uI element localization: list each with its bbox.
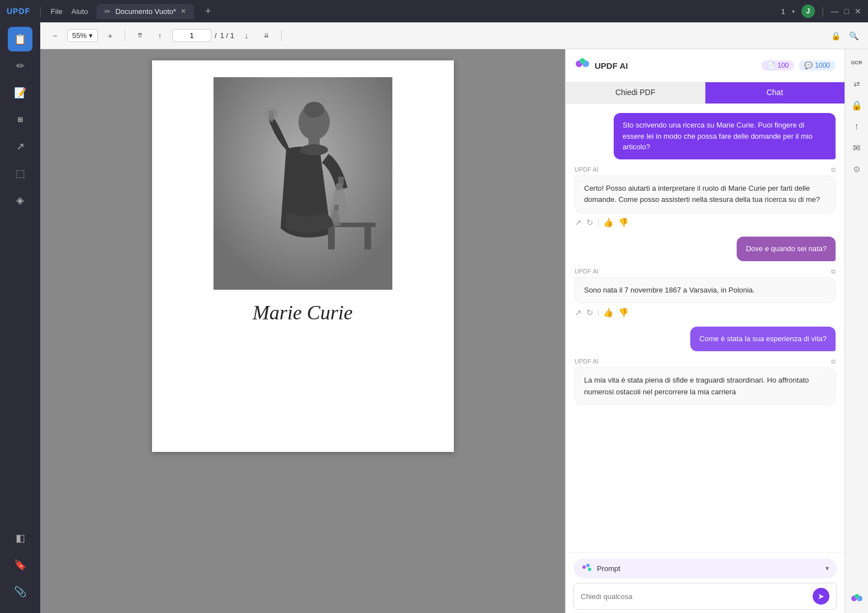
document-viewer[interactable]: Marie Curie bbox=[40, 49, 565, 613]
thumbs-down-icon[interactable]: 👎 bbox=[618, 218, 629, 228]
ai-logo-icon bbox=[575, 56, 590, 75]
svg-point-16 bbox=[582, 565, 586, 569]
sidebar-item-form[interactable]: ⬚ bbox=[8, 161, 32, 186]
user-count: 1 bbox=[781, 7, 785, 16]
nav-last-button[interactable]: ⇊ bbox=[259, 28, 274, 44]
svg-point-3 bbox=[304, 102, 324, 117]
refresh-icon-2[interactable]: ↻ bbox=[586, 308, 594, 318]
left-sidebar: 📋 ✏ 📝 ⊞ ↗ ⬚ ◈ ◧ 🔖 📎 bbox=[0, 22, 40, 613]
ai-message-1-actions: ↗ ↻ 👍 👎 bbox=[575, 215, 836, 230]
zoom-display[interactable]: 55% ▾ bbox=[67, 29, 98, 42]
external-link-icon-2[interactable]: ↗ bbox=[575, 308, 582, 318]
ai-panel-title: UPDF AI bbox=[595, 61, 628, 70]
sidebar-item-annotate[interactable]: 📝 bbox=[8, 81, 32, 105]
thumbs-up-icon[interactable]: 👍 bbox=[603, 218, 614, 228]
ai-message-1: Certo! Posso aiutarti a interpretare il … bbox=[575, 176, 836, 214]
close-button[interactable]: ✕ bbox=[855, 7, 861, 16]
chat-input-row: ➤ bbox=[573, 583, 837, 610]
thumbs-down-icon-2[interactable]: 👎 bbox=[618, 308, 629, 318]
avatar[interactable]: J bbox=[801, 4, 815, 18]
external-link-icon[interactable]: ↗ bbox=[575, 218, 582, 228]
titlebar: UPDF | File Aiuto ✏ Documento Vuoto* ✕ +… bbox=[0, 0, 868, 22]
lock-button[interactable]: 🔒 bbox=[828, 28, 843, 44]
chat-messages[interactable]: Sto scrivendo una ricerca su Marie Curie… bbox=[566, 104, 845, 552]
ai-credits: 📄 100 💬 1000 bbox=[761, 60, 836, 70]
user-message-2-text: Dove e quando sei nata? bbox=[746, 244, 827, 253]
sidebar-item-stamp[interactable]: ◈ bbox=[8, 188, 32, 213]
share-tool-button[interactable]: ↑ bbox=[848, 117, 866, 135]
copy-icon[interactable]: ⧉ bbox=[831, 166, 836, 173]
main-area: 📋 ✏ 📝 ⊞ ↗ ⬚ ◈ ◧ 🔖 📎 bbox=[0, 22, 868, 613]
thumbs-up-icon-2[interactable]: 👍 bbox=[603, 308, 614, 318]
new-tab-button[interactable]: + bbox=[205, 6, 211, 17]
sidebar-item-export[interactable]: ↗ bbox=[8, 134, 32, 159]
sidebar-item-ocr[interactable]: ⊞ bbox=[8, 107, 32, 132]
window-controls: — □ ✕ bbox=[831, 7, 861, 16]
convert-icon: ⇄ bbox=[853, 79, 860, 88]
ai-message-1-wrapper: UPDF AI ⧉ Certo! Posso aiutarti a interp… bbox=[575, 166, 836, 230]
page-input[interactable] bbox=[172, 29, 211, 42]
tab-chat-label: Chat bbox=[766, 88, 783, 97]
sidebar-bottom: ◧ 🔖 📎 bbox=[8, 526, 32, 609]
bookmark-icon: 🔖 bbox=[14, 559, 26, 571]
export-icon: ↗ bbox=[16, 140, 25, 153]
nav-first-button[interactable]: ⇈ bbox=[132, 28, 148, 44]
marie-curie-photo bbox=[214, 77, 392, 290]
sidebar-item-attachment[interactable]: 📎 bbox=[8, 579, 32, 604]
msg-count: 1000 bbox=[815, 62, 830, 69]
ocr-tool-icon: OCR bbox=[851, 60, 862, 65]
sidebar-item-edit[interactable]: ✏ bbox=[8, 54, 32, 78]
redact-tool-button[interactable]: ⊙ bbox=[848, 160, 866, 178]
refresh-icon[interactable]: ↻ bbox=[586, 218, 594, 228]
nav-prev-button[interactable]: ↑ bbox=[152, 28, 168, 44]
copy-icon-3[interactable]: ⧉ bbox=[831, 358, 836, 365]
menu-file[interactable]: File bbox=[51, 7, 63, 16]
ai-panel: UPDF AI 📄 100 💬 1000 bbox=[565, 49, 845, 613]
titlebar-right: 1 ▾ J | — □ ✕ bbox=[781, 4, 861, 18]
ocr-tool-button[interactable]: OCR bbox=[848, 54, 866, 72]
msg-icon: 💬 bbox=[804, 62, 813, 69]
stamp-tool-button[interactable]: ✉ bbox=[848, 139, 866, 157]
menu-help[interactable]: Aiuto bbox=[72, 7, 88, 16]
send-icon: ➤ bbox=[818, 592, 824, 601]
copy-icon-2[interactable]: ⧉ bbox=[831, 268, 836, 275]
ai-message-3: La mia vita è stata piena di sfide e tra… bbox=[575, 367, 836, 405]
prompt-selector[interactable]: Prompt ▾ bbox=[573, 558, 837, 578]
svg-point-21 bbox=[855, 594, 859, 598]
send-button[interactable]: ➤ bbox=[813, 588, 829, 605]
protect-tool-button[interactable]: 🔒 bbox=[848, 96, 866, 114]
tab-title: Documento Vuoto* bbox=[115, 7, 176, 16]
nav-next-button[interactable]: ↓ bbox=[239, 28, 254, 44]
svg-point-18 bbox=[588, 568, 591, 571]
chat-input[interactable] bbox=[581, 592, 808, 601]
search-button[interactable]: 🔍 bbox=[846, 28, 861, 44]
svg-rect-12 bbox=[334, 205, 339, 210]
zoom-in-button[interactable]: + bbox=[102, 28, 118, 44]
right-sidebar: OCR ⇄ 🔒 ↑ ✉ ⊙ bbox=[845, 49, 868, 613]
tab-chiedi-pdf[interactable]: Chiedi PDF bbox=[566, 82, 705, 103]
stamp-icon: ◈ bbox=[16, 194, 24, 206]
svg-point-17 bbox=[586, 564, 590, 567]
sidebar-item-document-view[interactable]: 📋 bbox=[8, 27, 32, 51]
pdf-credits-badge: 📄 100 bbox=[761, 60, 794, 70]
titlebar-divider: | bbox=[822, 6, 824, 17]
ocr-icon: ⊞ bbox=[17, 116, 23, 124]
convert-tool-button[interactable]: ⇄ bbox=[848, 75, 866, 93]
maximize-button[interactable]: □ bbox=[845, 7, 849, 16]
tab-close-button[interactable]: ✕ bbox=[181, 7, 186, 15]
tab-chat[interactable]: Chat bbox=[705, 82, 845, 103]
user-message-3-text: Come è stata la sua esperienza di vita? bbox=[699, 334, 827, 343]
ai-assistant-button[interactable] bbox=[848, 591, 866, 609]
toolbar: − 55% ▾ + ⇈ ↑ / 1 / 1 ↓ ⇊ 🔒 🔍 bbox=[40, 22, 868, 49]
sidebar-item-bookmark[interactable]: 🔖 bbox=[8, 553, 32, 577]
active-tab[interactable]: ✏ Documento Vuoto* ✕ bbox=[97, 4, 194, 19]
ai-message-2: Sono nata il 7 novembre 1867 a Varsavia,… bbox=[575, 277, 836, 304]
sidebar-item-layers[interactable]: ◧ bbox=[8, 526, 32, 550]
zoom-out-button[interactable]: − bbox=[47, 28, 63, 44]
content-area: Marie Curie UPDF AI bbox=[40, 49, 868, 613]
dropdown-icon: ▾ bbox=[792, 8, 795, 15]
ai-label-text: UPDF AI bbox=[575, 166, 599, 173]
ai-tabs: Chiedi PDF Chat bbox=[566, 82, 845, 104]
user-message-2: Dove e quando sei nata? bbox=[737, 237, 836, 261]
minimize-button[interactable]: — bbox=[831, 7, 839, 16]
